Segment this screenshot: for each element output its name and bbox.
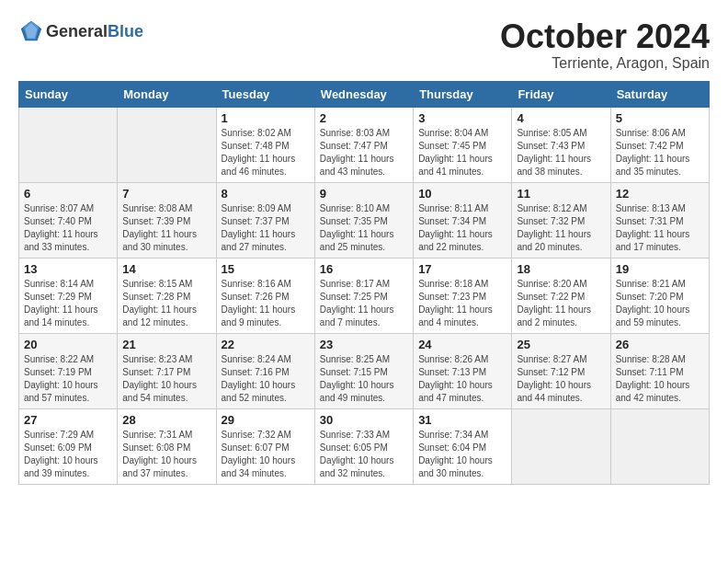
day-detail: Sunrise: 8:07 AM Sunset: 7:40 PM Dayligh… xyxy=(24,202,112,254)
day-detail: Sunrise: 8:10 AM Sunset: 7:35 PM Dayligh… xyxy=(320,202,408,254)
day-number: 13 xyxy=(24,262,112,276)
calendar-day-cell: 7Sunrise: 8:08 AM Sunset: 7:39 PM Daylig… xyxy=(118,182,216,258)
day-detail: Sunrise: 8:08 AM Sunset: 7:39 PM Dayligh… xyxy=(122,202,210,254)
calendar-day-cell: 14Sunrise: 8:15 AM Sunset: 7:28 PM Dayli… xyxy=(118,258,216,333)
day-number: 23 xyxy=(320,338,408,351)
calendar-header-row: SundayMondayTuesdayWednesdayThursdayFrid… xyxy=(19,81,710,107)
calendar-day-cell: 23Sunrise: 8:25 AM Sunset: 7:15 PM Dayli… xyxy=(314,333,413,408)
day-number: 5 xyxy=(616,111,704,125)
calendar-day-cell: 12Sunrise: 8:13 AM Sunset: 7:31 PM Dayli… xyxy=(610,182,709,258)
day-number: 25 xyxy=(517,338,605,351)
day-number: 18 xyxy=(517,262,605,276)
day-detail: Sunrise: 8:03 AM Sunset: 7:47 PM Dayligh… xyxy=(320,127,408,178)
calendar-day-cell: 24Sunrise: 8:26 AM Sunset: 7:13 PM Dayli… xyxy=(414,333,512,408)
day-detail: Sunrise: 8:25 AM Sunset: 7:15 PM Dayligh… xyxy=(320,353,408,405)
day-number: 14 xyxy=(122,262,210,276)
calendar-week-row: 20Sunrise: 8:22 AM Sunset: 7:19 PM Dayli… xyxy=(19,333,710,408)
day-detail: Sunrise: 8:16 AM Sunset: 7:26 PM Dayligh… xyxy=(222,278,310,329)
day-detail: Sunrise: 8:28 AM Sunset: 7:11 PM Dayligh… xyxy=(616,353,704,405)
day-detail: Sunrise: 8:06 AM Sunset: 7:42 PM Dayligh… xyxy=(616,127,704,178)
day-number: 9 xyxy=(320,187,408,201)
day-number: 6 xyxy=(24,187,112,201)
day-detail: Sunrise: 8:02 AM Sunset: 7:48 PM Dayligh… xyxy=(222,127,310,178)
calendar-day-cell: 4Sunrise: 8:05 AM Sunset: 7:43 PM Daylig… xyxy=(512,107,610,182)
calendar-day-cell: 18Sunrise: 8:20 AM Sunset: 7:22 PM Dayli… xyxy=(512,258,610,333)
calendar-day-cell: 2Sunrise: 8:03 AM Sunset: 7:47 PM Daylig… xyxy=(314,107,413,182)
day-detail: Sunrise: 8:20 AM Sunset: 7:22 PM Dayligh… xyxy=(517,278,605,329)
calendar-day-cell: 27Sunrise: 7:29 AM Sunset: 6:09 PM Dayli… xyxy=(19,408,118,484)
calendar-day-cell: 5Sunrise: 8:06 AM Sunset: 7:42 PM Daylig… xyxy=(610,107,709,182)
day-detail: Sunrise: 8:11 AM Sunset: 7:34 PM Dayligh… xyxy=(418,202,506,254)
day-detail: Sunrise: 7:31 AM Sunset: 6:08 PM Dayligh… xyxy=(122,429,210,480)
day-detail: Sunrise: 8:26 AM Sunset: 7:13 PM Dayligh… xyxy=(418,353,506,405)
day-number: 30 xyxy=(320,413,408,427)
calendar-day-cell xyxy=(610,408,709,484)
weekday-header: Tuesday xyxy=(216,81,314,107)
day-number: 31 xyxy=(418,413,506,427)
day-number: 8 xyxy=(222,187,310,201)
day-number: 4 xyxy=(517,111,605,125)
day-number: 19 xyxy=(616,262,704,276)
calendar-day-cell xyxy=(19,107,118,182)
calendar-day-cell xyxy=(512,408,610,484)
calendar-day-cell: 26Sunrise: 8:28 AM Sunset: 7:11 PM Dayli… xyxy=(610,333,709,408)
calendar-day-cell: 30Sunrise: 7:33 AM Sunset: 6:05 PM Dayli… xyxy=(314,408,413,484)
day-detail: Sunrise: 8:13 AM Sunset: 7:31 PM Dayligh… xyxy=(616,202,704,254)
calendar-day-cell: 11Sunrise: 8:12 AM Sunset: 7:32 PM Dayli… xyxy=(512,182,610,258)
logo-blue-text: Blue xyxy=(108,22,143,40)
month-title: October 2024 xyxy=(500,18,710,55)
day-detail: Sunrise: 7:29 AM Sunset: 6:09 PM Dayligh… xyxy=(24,429,112,480)
day-detail: Sunrise: 8:22 AM Sunset: 7:19 PM Dayligh… xyxy=(24,353,112,405)
day-detail: Sunrise: 8:15 AM Sunset: 7:28 PM Dayligh… xyxy=(122,278,210,329)
weekday-header: Sunday xyxy=(19,81,118,107)
logo-general-text: General xyxy=(46,22,108,40)
calendar-day-cell: 15Sunrise: 8:16 AM Sunset: 7:26 PM Dayli… xyxy=(216,258,314,333)
day-detail: Sunrise: 8:21 AM Sunset: 7:20 PM Dayligh… xyxy=(616,278,704,329)
calendar-day-cell: 20Sunrise: 8:22 AM Sunset: 7:19 PM Dayli… xyxy=(19,333,118,408)
day-number: 20 xyxy=(24,338,112,351)
day-detail: Sunrise: 8:14 AM Sunset: 7:29 PM Dayligh… xyxy=(24,278,112,329)
weekday-header: Monday xyxy=(118,81,216,107)
day-number: 10 xyxy=(418,187,506,201)
day-number: 29 xyxy=(222,413,310,427)
day-detail: Sunrise: 8:09 AM Sunset: 7:37 PM Dayligh… xyxy=(222,202,310,254)
day-number: 17 xyxy=(418,262,506,276)
day-number: 21 xyxy=(122,338,210,351)
calendar-day-cell: 17Sunrise: 8:18 AM Sunset: 7:23 PM Dayli… xyxy=(414,258,512,333)
weekday-header: Friday xyxy=(512,81,610,107)
calendar-day-cell: 22Sunrise: 8:24 AM Sunset: 7:16 PM Dayli… xyxy=(216,333,314,408)
day-number: 15 xyxy=(222,262,310,276)
day-detail: Sunrise: 8:24 AM Sunset: 7:16 PM Dayligh… xyxy=(222,353,310,405)
calendar-day-cell: 25Sunrise: 8:27 AM Sunset: 7:12 PM Dayli… xyxy=(512,333,610,408)
logo: GeneralBlue xyxy=(18,18,143,44)
calendar-day-cell: 28Sunrise: 7:31 AM Sunset: 6:08 PM Dayli… xyxy=(118,408,216,484)
day-number: 11 xyxy=(517,187,605,201)
calendar-week-row: 1Sunrise: 8:02 AM Sunset: 7:48 PM Daylig… xyxy=(19,107,710,182)
calendar-week-row: 6Sunrise: 8:07 AM Sunset: 7:40 PM Daylig… xyxy=(19,182,710,258)
day-number: 3 xyxy=(418,111,506,125)
day-detail: Sunrise: 8:18 AM Sunset: 7:23 PM Dayligh… xyxy=(418,278,506,329)
calendar-day-cell: 6Sunrise: 8:07 AM Sunset: 7:40 PM Daylig… xyxy=(19,182,118,258)
day-detail: Sunrise: 7:33 AM Sunset: 6:05 PM Dayligh… xyxy=(320,429,408,480)
day-number: 16 xyxy=(320,262,408,276)
calendar-day-cell: 10Sunrise: 8:11 AM Sunset: 7:34 PM Dayli… xyxy=(414,182,512,258)
day-detail: Sunrise: 7:32 AM Sunset: 6:07 PM Dayligh… xyxy=(222,429,310,480)
day-number: 12 xyxy=(616,187,704,201)
weekday-header: Wednesday xyxy=(314,81,413,107)
calendar-day-cell: 21Sunrise: 8:23 AM Sunset: 7:17 PM Dayli… xyxy=(118,333,216,408)
day-number: 24 xyxy=(418,338,506,351)
day-number: 28 xyxy=(122,413,210,427)
day-number: 7 xyxy=(122,187,210,201)
weekday-header: Saturday xyxy=(610,81,709,107)
calendar-day-cell: 31Sunrise: 7:34 AM Sunset: 6:04 PM Dayli… xyxy=(414,408,512,484)
calendar-week-row: 27Sunrise: 7:29 AM Sunset: 6:09 PM Dayli… xyxy=(19,408,710,484)
day-number: 22 xyxy=(222,338,310,351)
day-detail: Sunrise: 8:05 AM Sunset: 7:43 PM Dayligh… xyxy=(517,127,605,178)
day-detail: Sunrise: 8:23 AM Sunset: 7:17 PM Dayligh… xyxy=(122,353,210,405)
location-title: Terriente, Aragon, Spain xyxy=(500,55,710,72)
calendar-week-row: 13Sunrise: 8:14 AM Sunset: 7:29 PM Dayli… xyxy=(19,258,710,333)
calendar-day-cell xyxy=(118,107,216,182)
calendar-day-cell: 9Sunrise: 8:10 AM Sunset: 7:35 PM Daylig… xyxy=(314,182,413,258)
day-number: 2 xyxy=(320,111,408,125)
calendar-table: SundayMondayTuesdayWednesdayThursdayFrid… xyxy=(18,81,710,485)
